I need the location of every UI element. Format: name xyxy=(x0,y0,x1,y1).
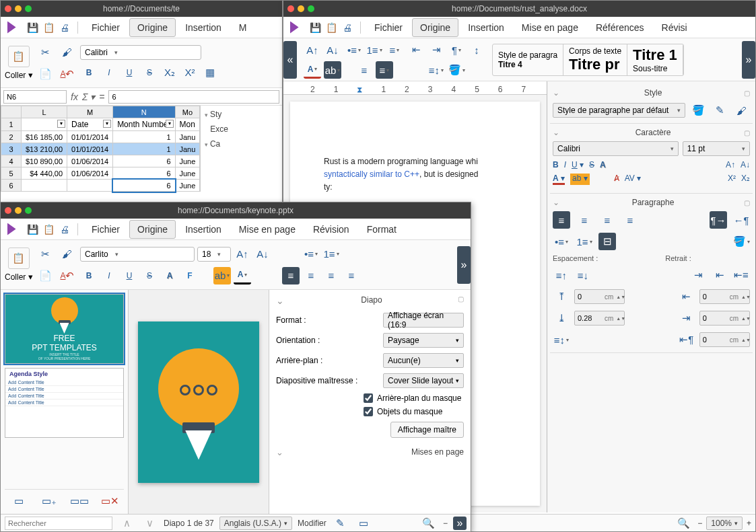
orientation-select[interactable]: Paysage▾ xyxy=(383,333,464,348)
close-icon[interactable] xyxy=(5,207,11,214)
collapse-right-icon[interactable]: » xyxy=(742,41,755,79)
first-line-indent-icon[interactable]: ⇤¶ xyxy=(678,331,695,348)
cut-icon[interactable]: ✂ xyxy=(37,245,55,263)
format-select[interactable]: Affichage écran (16:9 xyxy=(383,313,464,328)
collapse-right-icon[interactable]: » xyxy=(453,517,467,530)
search-up-icon[interactable]: ∧ xyxy=(118,515,135,532)
clipboard-icon[interactable]: 📋 xyxy=(8,248,30,269)
align-left-icon[interactable]: ≡ xyxy=(282,267,300,284)
outline-icon[interactable]: ⊟ xyxy=(598,233,616,250)
grow-font-icon[interactable]: A↑ xyxy=(726,160,735,169)
shadow-button[interactable]: A xyxy=(161,267,178,284)
indent-dec-icon[interactable]: ⇤ xyxy=(407,41,425,59)
formula-input[interactable] xyxy=(108,90,279,104)
search-input[interactable] xyxy=(5,517,112,530)
menu-page-layout[interactable]: Mise en page xyxy=(514,18,586,37)
clipboard-icon[interactable]: 📋 xyxy=(8,46,30,67)
strike-button[interactable]: S xyxy=(589,160,594,169)
paste-button[interactable]: Coller ▾ xyxy=(5,70,33,80)
menu-insertion[interactable]: Insertion xyxy=(177,220,230,239)
space-above-icon[interactable]: ⤒ xyxy=(553,288,570,305)
minimize-icon[interactable] xyxy=(298,5,304,12)
menu-references[interactable]: Références xyxy=(588,18,652,37)
align-right-icon[interactable]: ≡ xyxy=(322,267,340,284)
minimize-icon[interactable] xyxy=(15,5,22,12)
align-justify-icon[interactable]: ≡ xyxy=(376,61,393,79)
dup-slide-icon[interactable]: ▭▭ xyxy=(71,492,88,510)
menu-more[interactable]: M xyxy=(231,18,255,37)
menu-insertion[interactable]: Insertion xyxy=(177,18,230,37)
menu-fichier[interactable]: Fichier xyxy=(83,220,128,239)
underline-button[interactable]: U xyxy=(121,267,138,284)
bold-button[interactable]: B xyxy=(80,64,98,81)
align-right-icon[interactable]: ≡ xyxy=(598,211,616,229)
shrink-font-icon[interactable]: A↓ xyxy=(254,245,271,263)
filter-icon[interactable]: ▾ xyxy=(57,120,65,128)
print-icon[interactable]: 🖨 xyxy=(340,20,355,35)
paste-icon[interactable]: 📋 xyxy=(41,20,56,35)
background-select[interactable]: Aucun(e)▾ xyxy=(383,353,464,368)
spreadsheet-grid[interactable]: L M N Mo 1 ▾ Date▾ Month Number▾ Mon 2$1… xyxy=(1,106,200,192)
new-style-icon[interactable]: ✎ xyxy=(711,102,728,119)
shrink-font-icon[interactable]: A↓ xyxy=(324,41,341,59)
outline-text-icon[interactable]: F xyxy=(181,267,199,284)
sort-icon[interactable]: ↕ xyxy=(468,41,485,59)
grow-font-icon[interactable]: A↑ xyxy=(304,41,321,59)
equals-icon[interactable]: = xyxy=(99,91,104,102)
master-select[interactable]: Cover Slide layout▾ xyxy=(383,373,464,388)
diapo-title[interactable]: Diapo xyxy=(361,295,382,306)
zoom-out-icon[interactable]: − xyxy=(697,519,702,528)
collapse-right-icon[interactable]: » xyxy=(457,246,471,284)
highlight-icon[interactable]: ab xyxy=(324,61,341,79)
hanging-indent-icon[interactable]: ⇤≡ xyxy=(732,266,750,284)
numbering-icon[interactable]: 1≡ xyxy=(576,233,593,250)
bullets-icon[interactable]: •≡ xyxy=(302,245,320,263)
close-icon[interactable] xyxy=(5,5,11,12)
menu-format[interactable]: Format xyxy=(359,220,405,239)
delete-slide-icon[interactable]: ▭✕ xyxy=(101,492,118,510)
space-below-icon[interactable]: ⤓ xyxy=(553,309,570,327)
fill-color-icon[interactable]: 🪣 xyxy=(448,61,465,79)
numbering-icon[interactable]: 1≡ xyxy=(322,245,340,263)
expand-icon[interactable]: ▢ xyxy=(458,295,464,306)
clear-format-icon[interactable]: A↶ xyxy=(59,65,76,83)
paste-icon[interactable]: 📋 xyxy=(41,222,56,237)
master-view-button[interactable]: Affichage maître xyxy=(390,422,464,438)
maximize-icon[interactable] xyxy=(308,5,314,12)
font-size-select[interactable]: 11 pt▾ xyxy=(683,141,750,156)
maximize-icon[interactable] xyxy=(25,207,32,214)
align-left-icon[interactable]: ≡ xyxy=(553,211,570,229)
pilcrow-icon[interactable]: ¶ xyxy=(448,41,465,59)
numbering-icon[interactable]: 1≡ xyxy=(366,41,383,59)
menu-layout[interactable]: Mise en page xyxy=(231,220,304,239)
italic-button[interactable]: I xyxy=(100,64,118,81)
master-bg-checkbox[interactable]: Arrière-plan du masque xyxy=(364,393,464,403)
layouts-title[interactable]: Mises en page xyxy=(411,447,464,457)
indent-dec-icon[interactable]: ⇤ xyxy=(711,266,728,284)
calc-titlebar[interactable]: home://Documents/te xyxy=(1,1,282,17)
indent-right-icon[interactable]: ⇥ xyxy=(678,309,695,327)
filter-icon[interactable]: ▾ xyxy=(103,120,111,128)
master-objects-checkbox[interactable]: Objets du masque xyxy=(364,407,464,416)
space-below-input[interactable]: cm▲▼ xyxy=(574,311,625,326)
menu-origine[interactable]: Origine xyxy=(129,18,176,37)
first-line-input[interactable]: cm▲▼ xyxy=(699,332,750,347)
font-color-icon[interactable]: A ▾ xyxy=(553,174,565,185)
space-before-icon[interactable]: ≡↑ xyxy=(553,266,570,284)
copy-icon[interactable]: 📄 xyxy=(37,65,55,83)
strike-button[interactable]: S xyxy=(141,267,158,284)
bullets-icon[interactable]: •≡ xyxy=(553,233,570,250)
bold-button[interactable]: B xyxy=(80,267,98,284)
fill-style-icon[interactable]: 🪣 xyxy=(689,102,707,119)
fx-icon[interactable]: fx xyxy=(71,91,78,102)
slide-canvas[interactable] xyxy=(129,290,269,514)
font-color-icon[interactable]: A xyxy=(234,267,251,284)
font-color-icon[interactable]: A xyxy=(304,61,321,79)
indent-left-icon[interactable]: ⇤ xyxy=(678,288,695,305)
format-paint-icon[interactable]: 🖌 xyxy=(59,44,76,61)
slide-thumb-1[interactable]: FREE PPT TEMPLATES INSERT THE TITLE OF Y… xyxy=(5,294,124,364)
brush-style-icon[interactable]: 🖌 xyxy=(732,102,750,119)
print-icon[interactable]: 🖨 xyxy=(57,222,72,237)
expand-icon[interactable]: ▢ xyxy=(744,129,750,137)
indent-inc-icon[interactable]: ⇥ xyxy=(689,266,707,284)
